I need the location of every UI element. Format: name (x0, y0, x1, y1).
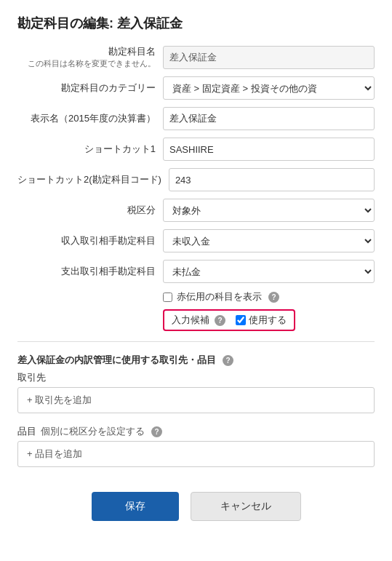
use-checkbox[interactable] (236, 315, 246, 325)
cancel-button[interactable]: キャンセル (191, 492, 301, 521)
tax-label: 税区分 (17, 204, 163, 217)
item-label: 品目 (17, 425, 36, 438)
shortcut1-label: ショートカット1 (17, 143, 163, 156)
partner-label: 取引先 (17, 371, 46, 384)
page-title: 勘定科目の編集: 差入保証金 (17, 15, 375, 32)
use-label: 使用する (249, 314, 287, 327)
add-partner-button[interactable]: + 取引先を追加 (17, 387, 375, 413)
display-name-input[interactable] (163, 107, 375, 130)
section-help-icon[interactable]: ? (223, 355, 233, 366)
account-name-input (163, 46, 375, 69)
shortcut1-input[interactable] (163, 138, 375, 161)
display-name-label: 表示名（2015年度の決算書） (17, 112, 163, 125)
expense-label: 支出取引相手勘定科目 (17, 265, 163, 278)
shortcut2-label: ショートカット2(勘定科目コード) (17, 173, 169, 186)
red-checkbox-label: 赤伝用の科目を表示 (177, 290, 262, 303)
item-sublabel: 個別に税区分を設定する (41, 425, 145, 438)
account-name-sublabel: この科目は名称を変更できません。 (17, 58, 156, 69)
expense-select[interactable]: 未払金 (163, 260, 375, 283)
red-help-icon[interactable]: ? (268, 292, 279, 303)
tax-select[interactable]: 対象外 (163, 199, 375, 222)
account-name-label: 勘定科目名 (17, 45, 156, 58)
shortcut2-input[interactable] (169, 168, 375, 191)
input-candidate-label: 入力候補 (172, 314, 209, 327)
save-button[interactable]: 保存 (92, 492, 179, 521)
category-select[interactable]: 資産 > 固定資産 > 投資その他の資 (163, 76, 375, 100)
item-help-icon[interactable]: ? (151, 426, 162, 437)
income-select[interactable]: 未収入金 (163, 229, 375, 252)
red-checkbox[interactable] (163, 293, 172, 302)
income-label: 収入取引相手勘定科目 (17, 234, 163, 247)
category-label: 勘定科目のカテゴリー (17, 81, 163, 95)
section-title: 差入保証金の内訳管理に使用する取引先・品目 (17, 354, 216, 367)
input-candidate-help-icon[interactable]: ? (215, 315, 225, 326)
add-item-button[interactable]: + 品目を追加 (17, 441, 375, 467)
